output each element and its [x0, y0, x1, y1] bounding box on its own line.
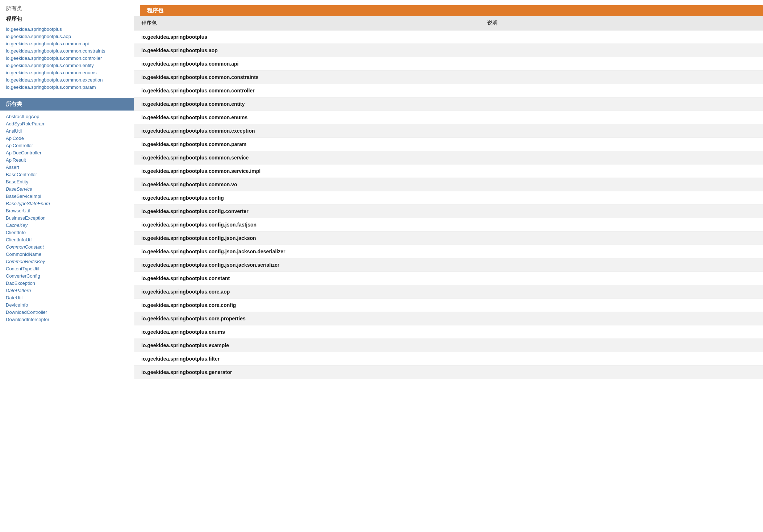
table-cell-package[interactable]: io.geekidea.springbootplus.constant	[134, 272, 480, 285]
sidebar-class-link[interactable]: BaseService	[6, 186, 32, 192]
table-cell-package[interactable]: io.geekidea.springbootplus.config.json.j…	[134, 245, 480, 258]
table-cell-package[interactable]: io.geekidea.springbootplus.common.except…	[134, 124, 480, 138]
sidebar-package-link[interactable]: io.geekidea.springbootplus.common.except…	[6, 77, 103, 83]
table-cell-package[interactable]: io.geekidea.springbootplus.common.enums	[134, 111, 480, 124]
sidebar-class-link[interactable]: DateUtil	[6, 295, 22, 300]
sidebar-class-link[interactable]: Assert	[6, 165, 19, 170]
sidebar-class-link[interactable]: CommonConstant	[6, 244, 44, 250]
sidebar-package-link[interactable]: io.geekidea.springbootplus.common.api	[6, 41, 89, 46]
table-row[interactable]: io.geekidea.springbootplus.constant	[134, 272, 763, 285]
table-row[interactable]: io.geekidea.springbootplus.common.contro…	[134, 84, 763, 97]
sidebar-class-link[interactable]: ClientInfoUtil	[6, 237, 33, 242]
table-row[interactable]: io.geekidea.springbootplus.core.properti…	[134, 312, 763, 325]
sidebar-class-link[interactable]: DownloadInterceptor	[6, 317, 49, 322]
sidebar-package-link[interactable]: io.geekidea.springbootplus.common.entity	[6, 63, 94, 68]
table-cell-package[interactable]: io.geekidea.springbootplus.common.constr…	[134, 71, 480, 84]
table-row[interactable]: io.geekidea.springbootplus.aop	[134, 44, 763, 57]
table-row[interactable]: io.geekidea.springbootplus.common.servic…	[134, 165, 763, 178]
table-cell-description	[480, 71, 763, 84]
table-row[interactable]: io.geekidea.springbootplus.config.conver…	[134, 205, 763, 218]
table-cell-package[interactable]: io.geekidea.springbootplus.core.aop	[134, 285, 480, 299]
sidebar-class-link[interactable]: BaseController	[6, 172, 37, 177]
table-cell-package[interactable]: io.geekidea.springbootplus.common.servic…	[134, 165, 480, 178]
table-cell-package[interactable]: io.geekidea.springbootplus.generator	[134, 366, 480, 379]
table-row[interactable]: io.geekidea.springbootplus.common.entity	[134, 97, 763, 111]
sidebar-class-link[interactable]: ApiController	[6, 143, 33, 148]
table-cell-description	[480, 30, 763, 44]
sidebar-class-link[interactable]: BaseTypeStateEnum	[6, 201, 50, 206]
table-cell-package[interactable]: io.geekidea.springbootplus.common.vo	[134, 178, 480, 191]
sidebar-package-link[interactable]: io.geekidea.springbootplus	[6, 26, 62, 32]
table-cell-package[interactable]: io.geekidea.springbootplus.core.config	[134, 299, 480, 312]
table-cell-package[interactable]: io.geekidea.springbootplus.config	[134, 191, 480, 205]
table-cell-package[interactable]: io.geekidea.springbootplus.config.json.j…	[134, 258, 480, 272]
table-row[interactable]: io.geekidea.springbootplus.config.json.j…	[134, 258, 763, 272]
sidebar-class-item: CommonConstant	[6, 243, 128, 250]
table-cell-package[interactable]: io.geekidea.springbootplus.enums	[134, 325, 480, 339]
table-cell-package[interactable]: io.geekidea.springbootplus.common.api	[134, 57, 480, 71]
sidebar-class-item: BrowserUtil	[6, 207, 128, 214]
sidebar-class-item: Assert	[6, 163, 128, 171]
sidebar-package-link[interactable]: io.geekidea.springbootplus.common.param	[6, 84, 96, 90]
sidebar-class-link[interactable]: DaoException	[6, 280, 35, 286]
table-cell-package[interactable]: io.geekidea.springbootplus.common.param	[134, 138, 480, 151]
table-row[interactable]: io.geekidea.springbootplus.common.vo	[134, 178, 763, 191]
table-row[interactable]: io.geekidea.springbootplus.common.except…	[134, 124, 763, 138]
sidebar-class-link[interactable]: DeviceInfo	[6, 302, 28, 308]
sidebar-class-link[interactable]: CacheKey	[6, 223, 28, 228]
table-cell-package[interactable]: io.geekidea.springbootplus.example	[134, 339, 480, 352]
sidebar-class-link[interactable]: ApiDocController	[6, 150, 41, 155]
sidebar-class-link[interactable]: AnsiUtil	[6, 128, 22, 134]
table-cell-package[interactable]: io.geekidea.springbootplus.filter	[134, 352, 480, 366]
table-cell-package[interactable]: io.geekidea.springbootplus.aop	[134, 44, 480, 57]
sidebar-class-link[interactable]: ClientInfo	[6, 230, 26, 235]
sidebar-class-link[interactable]: CommonIdName	[6, 252, 41, 257]
table-row[interactable]: io.geekidea.springbootplus.enums	[134, 325, 763, 339]
table-row[interactable]: io.geekidea.springbootplus.core.aop	[134, 285, 763, 299]
sidebar-class-item: CommonRedisKey	[6, 258, 128, 265]
table-cell-package[interactable]: io.geekidea.springbootplus	[134, 30, 480, 44]
sidebar-class-link[interactable]: BaseServiceImpl	[6, 194, 41, 199]
main-table-container: 程序包 说明 io.geekidea.springbootplusio.geek…	[134, 16, 763, 532]
table-row[interactable]: io.geekidea.springbootplus.example	[134, 339, 763, 352]
sidebar-class-link[interactable]: AddSysRoleParam	[6, 121, 46, 126]
table-row[interactable]: io.geekidea.springbootplus.filter	[134, 352, 763, 366]
table-row[interactable]: io.geekidea.springbootplus.common.constr…	[134, 71, 763, 84]
main-header-tag: 程序包	[140, 5, 763, 16]
table-row[interactable]: io.geekidea.springbootplus.config.json.f…	[134, 218, 763, 232]
table-row[interactable]: io.geekidea.springbootplus.common.param	[134, 138, 763, 151]
sidebar-package-link[interactable]: io.geekidea.springbootplus.aop	[6, 34, 71, 39]
sidebar-class-link[interactable]: DownloadController	[6, 309, 47, 315]
sidebar-classes-header: 所有类	[0, 98, 134, 111]
table-cell-package[interactable]: io.geekidea.springbootplus.config.json.j…	[134, 232, 480, 245]
sidebar-class-link[interactable]: BaseEntity	[6, 179, 28, 184]
table-row[interactable]: io.geekidea.springbootplus.generator	[134, 366, 763, 379]
sidebar-class-link[interactable]: ConverterConfig	[6, 273, 40, 279]
table-row[interactable]: io.geekidea.springbootplus.config.json.j…	[134, 232, 763, 245]
sidebar-class-link[interactable]: ApiResult	[6, 157, 26, 163]
table-cell-package[interactable]: io.geekidea.springbootplus.common.contro…	[134, 84, 480, 97]
table-row[interactable]: io.geekidea.springbootplus.core.config	[134, 299, 763, 312]
sidebar-class-link[interactable]: DatePattern	[6, 288, 31, 293]
table-cell-package[interactable]: io.geekidea.springbootplus.core.properti…	[134, 312, 480, 325]
table-row[interactable]: io.geekidea.springbootplus.common.api	[134, 57, 763, 71]
sidebar-class-link[interactable]: BrowserUtil	[6, 208, 30, 213]
sidebar-package-link[interactable]: io.geekidea.springbootplus.common.contro…	[6, 55, 102, 61]
sidebar-class-link[interactable]: BusinessException	[6, 215, 46, 221]
table-cell-package[interactable]: io.geekidea.springbootplus.config.json.f…	[134, 218, 480, 232]
sidebar-class-link[interactable]: AbstractLogAop	[6, 114, 39, 119]
table-row[interactable]: io.geekidea.springbootplus.common.servic…	[134, 151, 763, 165]
table-row[interactable]: io.geekidea.springbootplus.common.enums	[134, 111, 763, 124]
sidebar-class-link[interactable]: ContentTypeUtil	[6, 266, 39, 271]
sidebar-package-link[interactable]: io.geekidea.springbootplus.common.enums	[6, 70, 97, 75]
table-cell-package[interactable]: io.geekidea.springbootplus.common.entity	[134, 97, 480, 111]
table-cell-package[interactable]: io.geekidea.springbootplus.config.conver…	[134, 205, 480, 218]
table-cell-package[interactable]: io.geekidea.springbootplus.common.servic…	[134, 151, 480, 165]
sidebar-class-link[interactable]: CommonRedisKey	[6, 259, 45, 264]
table-row[interactable]: io.geekidea.springbootplus.config	[134, 191, 763, 205]
sidebar-class-link[interactable]: ApiCode	[6, 136, 24, 141]
table-row[interactable]: io.geekidea.springbootplus	[134, 30, 763, 44]
sidebar-package-link[interactable]: io.geekidea.springbootplus.common.constr…	[6, 48, 105, 54]
table-cell-description	[480, 285, 763, 299]
table-row[interactable]: io.geekidea.springbootplus.config.json.j…	[134, 245, 763, 258]
